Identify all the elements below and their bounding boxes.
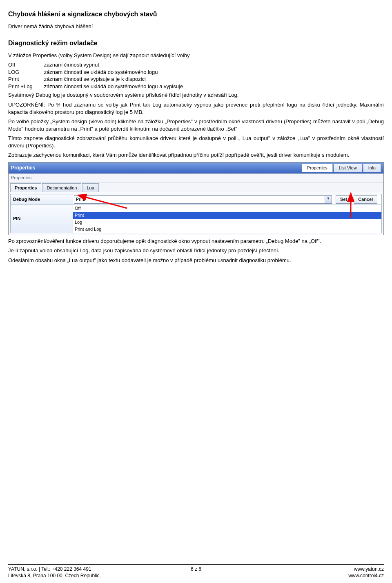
chevron-down-icon[interactable]: ▼ bbox=[325, 196, 332, 203]
def-key: Print bbox=[8, 76, 44, 83]
paragraph: Tímto zapnete diagnostické zobrazování p… bbox=[8, 135, 384, 149]
properties-grid: Debug Mode Print ▼ Set Cancel PIN Off bbox=[10, 194, 382, 233]
row-label-pin: PIN bbox=[11, 205, 73, 233]
paragraph: Zobrazuje zachycenou komunikaci, která V… bbox=[8, 151, 384, 159]
option-print[interactable]: Print bbox=[73, 212, 381, 219]
definitions-table: Offzáznam činnosti vypnut LOGzáznam činn… bbox=[8, 61, 194, 90]
def-value: záznam činnosti se ukládá do systémového… bbox=[44, 69, 194, 76]
def-key: Off bbox=[8, 61, 44, 69]
sub-label-properties: Properties bbox=[9, 174, 383, 182]
paragraph: Je-li zapnuta volba obsahující Log, data… bbox=[8, 247, 384, 254]
debug-mode-dropdown[interactable]: Off Print Log Print and Log bbox=[73, 205, 381, 232]
debug-mode-value: Print bbox=[74, 196, 325, 203]
option-off[interactable]: Off bbox=[73, 205, 381, 212]
panel-title: Properties bbox=[11, 165, 35, 171]
def-key: Print +Log bbox=[8, 83, 44, 90]
tab-list-view[interactable]: List View bbox=[334, 164, 362, 172]
paragraph: Odesláním obsahu okna „Lua output" jako … bbox=[8, 257, 384, 264]
def-value: záznam činnosti se vypisuje a je k dispo… bbox=[44, 76, 194, 83]
paragraph: V záložce Properties (volby System Desig… bbox=[8, 52, 384, 59]
properties-panel-screenshot: Properties Properties List View Info Pro… bbox=[8, 162, 384, 235]
tab-info[interactable]: Info bbox=[363, 164, 381, 172]
paragraph: Driver nemá žádná chybová hlášení bbox=[8, 23, 384, 30]
tab-properties[interactable]: Properties bbox=[302, 164, 333, 172]
def-value: záznam činnosti vypnut bbox=[44, 61, 194, 69]
option-log[interactable]: Log bbox=[73, 219, 381, 226]
subtab-documentation[interactable]: Documentation bbox=[42, 183, 81, 192]
cancel-button[interactable]: Cancel bbox=[354, 195, 377, 204]
option-print-and-log[interactable]: Print and Log bbox=[73, 226, 381, 233]
row-label-debug-mode: Debug Mode bbox=[11, 194, 73, 205]
def-value: záznam činnosti se ukládá do systémového… bbox=[44, 83, 194, 90]
set-button[interactable]: Set bbox=[336, 195, 352, 204]
paragraph: Systémový Debug log je dostupný v soubor… bbox=[8, 91, 384, 99]
subtab-properties[interactable]: Properties bbox=[10, 183, 41, 192]
heading-error-signaling: Chybová hlášení a signalizace chybových … bbox=[8, 10, 384, 19]
paragraph-warning: UPOZORNĚNÍ: Po ¾ hod záznamu se volby ja… bbox=[8, 101, 384, 116]
paragraph: Po zprovoznění/ověření funkce driveru do… bbox=[8, 238, 384, 245]
heading-diagnostic-mode: Diagnostický režim ovladače bbox=[8, 39, 384, 48]
def-key: LOG bbox=[8, 69, 44, 76]
debug-mode-select[interactable]: Print ▼ bbox=[74, 195, 332, 204]
paragraph: Po volbě položky „System design (vlevo d… bbox=[8, 118, 384, 132]
subtab-lua[interactable]: Lua bbox=[82, 183, 98, 192]
